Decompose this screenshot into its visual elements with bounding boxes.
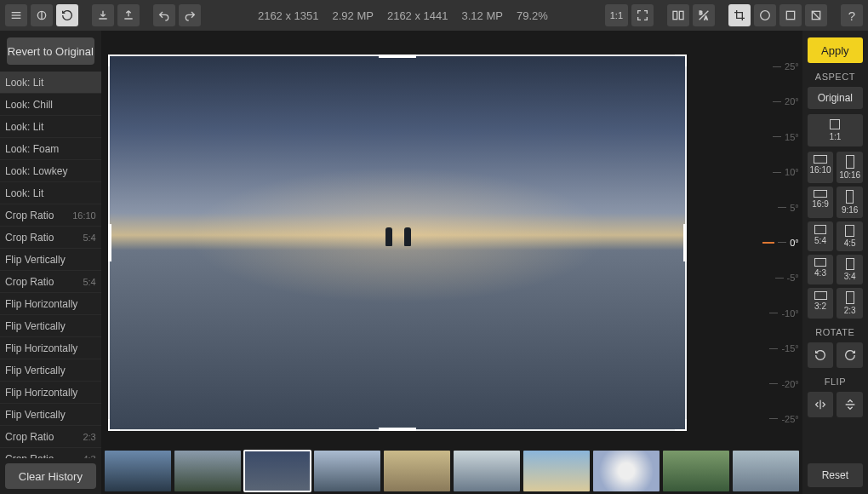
flip-vertical-button[interactable] xyxy=(837,392,863,417)
thumbnail[interactable] xyxy=(454,451,520,491)
angle-tick[interactable]: -15° xyxy=(765,343,799,353)
aspect-1-1[interactable]: 1:1 xyxy=(808,114,863,146)
angle-tick[interactable]: 10° xyxy=(765,167,799,177)
svg-rect-4 xyxy=(673,11,677,19)
dims-orig: 2162 x 1441 xyxy=(387,9,448,22)
svg-rect-5 xyxy=(679,11,683,19)
redo-button[interactable] xyxy=(179,4,201,26)
history-item[interactable]: Look: Foam xyxy=(0,138,101,160)
aspect-original[interactable]: Original xyxy=(808,87,863,109)
history-item[interactable]: Flip Vertically xyxy=(0,249,101,271)
history-item[interactable]: Look: Lit xyxy=(0,72,101,94)
history-item[interactable]: Flip Vertically xyxy=(0,315,101,337)
rotate-cw-button[interactable] xyxy=(837,342,863,368)
aspect-2-3[interactable]: 2:3 xyxy=(837,288,863,319)
crop-handle-top[interactable] xyxy=(379,55,416,58)
crop-handle-tl[interactable] xyxy=(108,55,120,66)
angle-tick[interactable]: -10° xyxy=(765,308,799,319)
revert-button[interactable]: Revert to Original xyxy=(7,37,94,65)
history-button[interactable] xyxy=(56,4,78,26)
rotate-label: ROTATE xyxy=(808,327,863,337)
thumbnail[interactable] xyxy=(384,451,450,491)
circle-tool-button[interactable] xyxy=(754,4,776,26)
angle-tick[interactable]: 0° xyxy=(765,238,799,248)
canvas-area: 25°20°15°10°5°0°-5°-10°-15°-20°-25° xyxy=(101,31,802,494)
angle-tick[interactable]: -5° xyxy=(765,273,799,283)
history-item[interactable]: Crop Ratio5:4 xyxy=(0,227,101,249)
aspect-5-4[interactable]: 5:4 xyxy=(808,221,834,251)
crop-handle-bl[interactable] xyxy=(108,419,120,431)
angle-tick[interactable]: 5° xyxy=(765,203,799,213)
thumbnail[interactable] xyxy=(174,451,241,491)
crop-handle-right[interactable] xyxy=(683,224,687,261)
thumbnail[interactable] xyxy=(733,451,799,491)
aspect-9-16[interactable]: 9:16 xyxy=(837,187,863,218)
crop-tool-button[interactable] xyxy=(728,4,751,26)
thumbnail[interactable] xyxy=(105,451,171,491)
square-tool-button[interactable] xyxy=(779,4,802,26)
history-item[interactable]: Flip Horizontally xyxy=(0,293,101,315)
thumbnail[interactable] xyxy=(244,451,311,491)
download-button[interactable] xyxy=(92,4,114,26)
thumbnail[interactable] xyxy=(523,451,590,491)
fullscreen-button[interactable] xyxy=(631,4,654,26)
rotate-ccw-button[interactable] xyxy=(808,342,834,368)
svg-text:A: A xyxy=(705,15,708,20)
history-item[interactable]: Look: Chill xyxy=(0,94,101,116)
aspect-16-10[interactable]: 16:10 xyxy=(808,152,834,183)
history-item[interactable]: Flip Vertically xyxy=(0,404,101,426)
help-button[interactable]: ? xyxy=(841,4,863,26)
thumbnail[interactable] xyxy=(314,451,380,491)
history-sidebar: Revert to Original Look: LitLook: ChillL… xyxy=(0,31,101,494)
clear-history-button[interactable]: Clear History xyxy=(5,463,96,489)
image-preview[interactable] xyxy=(108,55,687,431)
crop-panel: Apply ASPECT Original 1:1 16:1010:1616:9… xyxy=(802,31,868,494)
mp-current: 2.92 MP xyxy=(333,9,374,22)
aspect-4-3[interactable]: 4:3 xyxy=(808,255,834,284)
angle-tick[interactable]: -25° xyxy=(765,414,799,424)
angle-tick[interactable]: 20° xyxy=(765,96,799,106)
flip-label: FLIP xyxy=(808,376,863,387)
history-item[interactable]: Crop Ratio4:3 xyxy=(0,448,101,458)
angle-tick[interactable]: 25° xyxy=(765,61,799,72)
thumbnail[interactable] xyxy=(593,451,660,491)
history-item[interactable]: Flip Horizontally xyxy=(0,382,101,404)
crop-handle-left[interactable] xyxy=(108,224,111,261)
aspect-3-2[interactable]: 3:2 xyxy=(808,288,834,319)
svg-rect-10 xyxy=(786,11,794,19)
adjust-button[interactable] xyxy=(31,4,53,26)
crop-handle-bottom[interactable] xyxy=(379,428,416,431)
zoom-level: 79.2% xyxy=(517,9,548,22)
scale-1to1-button[interactable]: 1:1 xyxy=(605,4,628,26)
history-item[interactable]: Look: Lit xyxy=(0,182,101,204)
history-item[interactable]: Look: Lowkey xyxy=(0,160,101,182)
undo-button[interactable] xyxy=(153,4,175,26)
share-button[interactable] xyxy=(117,4,140,26)
aspect-10-16[interactable]: 10:16 xyxy=(837,152,863,183)
crop-handle-tr[interactable] xyxy=(675,55,687,66)
history-item[interactable]: Crop Ratio16:10 xyxy=(0,204,101,227)
apply-button[interactable]: Apply xyxy=(808,37,863,63)
angle-tick[interactable]: -20° xyxy=(765,379,799,389)
history-item[interactable]: Flip Vertically xyxy=(0,359,101,382)
thumbnail[interactable] xyxy=(663,451,729,491)
history-item[interactable]: Look: Lit xyxy=(0,116,101,138)
svg-line-12 xyxy=(812,11,819,19)
crop-handle-br[interactable] xyxy=(675,419,687,431)
reset-button[interactable]: Reset xyxy=(808,463,863,487)
mask-tool-button[interactable] xyxy=(805,4,827,26)
history-item[interactable]: Crop Ratio5:4 xyxy=(0,271,101,293)
before-after-button[interactable]: BA xyxy=(693,4,715,26)
aspect-3-4[interactable]: 3:4 xyxy=(837,255,863,284)
svg-text:B: B xyxy=(700,10,703,15)
history-item[interactable]: Crop Ratio2:3 xyxy=(0,426,101,448)
angle-tick[interactable]: 15° xyxy=(765,132,799,142)
history-item[interactable]: Flip Horizontally xyxy=(0,337,101,359)
aspect-16-9[interactable]: 16:9 xyxy=(808,187,834,218)
menu-button[interactable] xyxy=(5,4,27,26)
compare-button[interactable] xyxy=(667,4,689,26)
rotation-ruler[interactable]: 25°20°15°10°5°0°-5°-10°-15°-20°-25° xyxy=(765,55,799,431)
aspect-4-5[interactable]: 4:5 xyxy=(837,221,863,251)
top-toolbar: 2162 x 1351 2.92 MP 2162 x 1441 3.12 MP … xyxy=(0,0,868,31)
flip-horizontal-button[interactable] xyxy=(808,392,834,417)
